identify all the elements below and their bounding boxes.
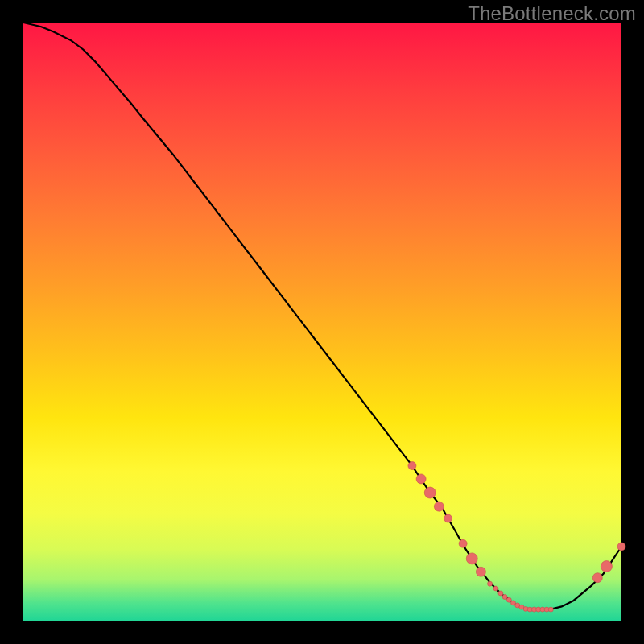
data-marker (416, 474, 426, 484)
data-marker (498, 591, 503, 596)
chart-stage: { "watermark": "TheBottleneck.com", "col… (0, 0, 644, 644)
data-marker (506, 597, 511, 602)
bottleneck-curve (23, 23, 621, 621)
data-marker (548, 607, 553, 612)
curve-markers (408, 462, 625, 613)
data-marker (592, 573, 602, 583)
data-marker (408, 462, 416, 470)
data-marker (488, 581, 493, 586)
data-marker (493, 586, 498, 591)
data-marker (424, 487, 436, 498)
data-marker (434, 502, 444, 511)
data-marker (476, 567, 485, 576)
data-marker (617, 543, 625, 551)
data-marker (466, 553, 477, 564)
watermark-text: TheBottleneck.com (468, 2, 636, 25)
data-marker (444, 514, 452, 522)
data-marker (459, 539, 467, 547)
curve-line (23, 23, 621, 609)
data-marker (601, 561, 612, 572)
plot-area (23, 23, 621, 621)
data-marker (502, 595, 507, 600)
